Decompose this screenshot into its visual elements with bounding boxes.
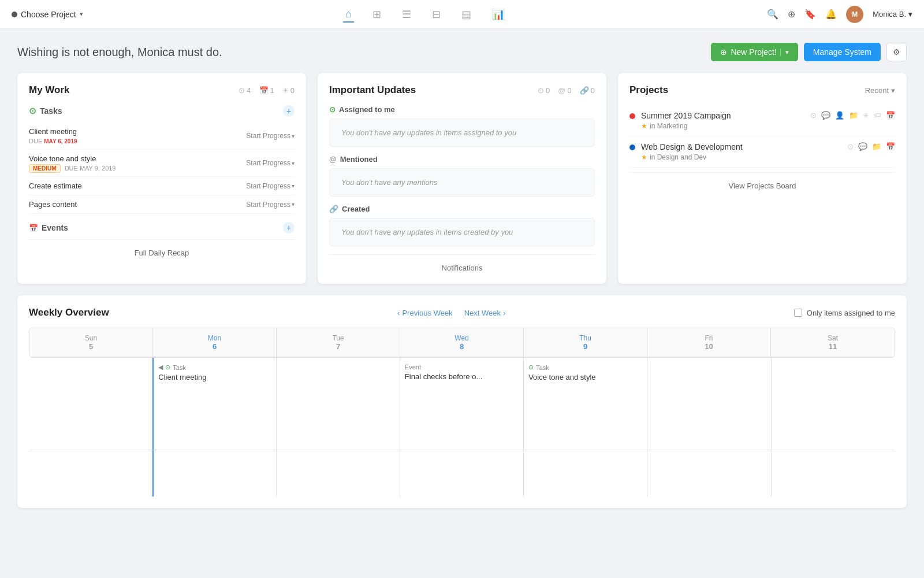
recent-label: Recent [865,86,889,95]
cal-cell-fri [647,358,771,450]
project-name[interactable]: Summer 2019 Campaign [641,111,804,120]
cal-cell-tue [277,358,400,450]
new-project-button[interactable]: ⊕ New Project! ▾ [711,43,798,61]
start-progress-button[interactable]: Start Progress ▾ [246,182,295,190]
notifications-link[interactable]: Notifications [442,264,483,272]
calendar-day-header-mon: Mon 6 [153,328,277,357]
dropdown-chevron: ▾ [292,160,295,166]
task-left: Voice tone and style MEDIUM DUE MAY 9, 2… [29,154,116,172]
notifications-footer: Notifications [329,254,595,272]
calendar-day-header-wed: Wed 8 [400,328,524,357]
search-icon[interactable]: 🔍 [767,9,778,20]
recent-dropdown[interactable]: Recent ▾ [865,86,895,95]
manage-system-button[interactable]: Manage System [804,43,881,61]
bookmark-icon[interactable]: 🔖 [804,9,816,20]
weekly-overview-section: Weekly Overview ‹ Previous Week Next Wee… [17,295,907,508]
nav-board-icon[interactable]: ⊞ [370,6,383,23]
start-progress-button[interactable]: Start Progress ▾ [246,159,295,167]
full-daily-recap-section: Full Daily Recap [29,239,295,257]
project-chat-icon[interactable]: 💬 [858,142,867,151]
notification-icon[interactable]: 🔔 [825,9,837,20]
choose-project-label: Choose Project [21,10,76,19]
task-due: MEDIUM DUE MAY 9, 2019 [29,165,116,172]
topnav-right-actions: 🔍 ⊕ 🔖 🔔 M Monica B. ▾ [767,6,912,23]
project-folder-icon[interactable]: 📁 [872,142,881,151]
page-actions: ⊕ New Project! ▾ Manage System ⚙ [711,43,907,61]
calendar-day-header-thu: Thu 9 [524,328,647,357]
add-task-button[interactable]: + [283,105,295,117]
clip-icon: 🔗 [580,86,589,95]
nav-icons-group: ⌂ ⊞ ☰ ⊟ ▤ 📊 [83,6,767,23]
cal-cell-sun [29,358,152,450]
weekly-filter: Only items assigned to me [794,309,895,317]
task-type-label: Task [536,364,549,371]
project-star-action-icon[interactable]: ✳ [863,111,869,120]
project-cal-icon[interactable]: 📅 [886,142,895,151]
nav-grid-icon[interactable]: ⊟ [430,6,443,23]
start-progress-button[interactable]: Start Progress ▾ [246,201,295,209]
choose-project[interactable]: Choose Project ▾ [12,10,83,19]
project-check-icon[interactable]: ⊙ [810,111,817,120]
project-chat-icon[interactable]: 💬 [821,111,830,120]
updates-check-count: ⊙ 0 [538,86,550,95]
user-menu[interactable]: Monica B. ▾ [873,10,912,18]
cal-cell-wed-2 [400,450,524,497]
calendar-header: Sun 5 Mon 6 Tue 7 Wed 8 Thu 9 Fri 10 [29,328,895,358]
cal-cell-wed: Event Final checks before o... [400,358,524,450]
add-icon[interactable]: ⊕ [788,9,795,20]
nav-list-icon[interactable]: ☰ [400,6,413,23]
settings-button[interactable]: ⚙ [886,43,907,61]
cal-cell-sat-2 [772,450,895,497]
full-daily-recap-link[interactable]: Full Daily Recap [135,249,189,257]
page-header: Wishing is not enough, Monica must do. ⊕… [0,29,924,73]
projects-title: Projects [629,84,668,96]
calendar-event-name[interactable]: Final checks before o... [405,372,519,381]
add-event-button[interactable]: + [283,222,295,234]
calendar-day-header-tue: Tue 7 [277,328,400,357]
user-chevron-icon: ▾ [908,10,912,18]
project-cal-icon[interactable]: 📅 [886,111,895,120]
project-tag-icon[interactable]: 🏷 [874,111,881,120]
cal-cell-mon: ◀ ⊙ Task Client meeting [152,358,276,450]
cal-cell-thu-2 [524,450,647,497]
weekly-nav: ‹ Previous Week Next Week › [397,309,505,317]
event-meta-row: Event [405,364,519,370]
created-section: 🔗 Created You don't have any updates in … [329,205,595,246]
my-work-header: My Work ⊙ 4 📅 1 ✳ 0 [29,84,295,96]
cal-cell-sun-2 [29,450,152,497]
task-right: Start Progress ▾ [246,182,295,190]
nav-home-icon[interactable]: ⌂ [343,6,354,23]
project-name[interactable]: Web Design & Development [641,142,841,151]
project-item: Summer 2019 Campaign ★ in Marketing ⊙ 💬 … [629,105,895,136]
calendar-event-name[interactable]: Voice tone and style [528,373,642,381]
new-project-plus-icon: ⊕ [720,47,727,57]
calendar-event-name[interactable]: Client meeting [158,373,271,381]
project-check-icon[interactable]: ⊙ [847,142,854,151]
project-folder-icon[interactable]: 📁 [849,111,858,120]
check-circle-icon: ⊙ [239,86,245,95]
assigned-only-checkbox[interactable] [794,309,802,317]
important-updates-card: Important Updates ⊙ 0 @ 0 🔗 0 ⊙ [318,73,606,284]
view-projects-board-link[interactable]: View Projects Board [729,181,796,190]
dropdown-chevron: ▾ [292,133,295,139]
nav-chart-icon[interactable]: 📊 [490,6,507,23]
project-status-dot [629,144,635,150]
nav-gantt-icon[interactable]: ▤ [459,6,474,23]
project-category: ★ in Design and Dev [641,153,841,161]
new-project-dropdown-arrow: ▾ [780,49,789,56]
previous-week-button[interactable]: ‹ Previous Week [397,309,453,317]
tasks-section-header: ⊙ Tasks + [29,105,295,117]
calendar-day-header-sun: Sun 5 [29,328,153,357]
task-item: Voice tone and style MEDIUM DUE MAY 9, 2… [29,150,295,177]
cal-cell-tue-2 [277,450,400,497]
calendar-icon: 📅 [259,86,269,95]
assigned-only-label: Only items assigned to me [807,309,895,317]
task-name: Client meeting [29,127,77,136]
task-left: Create estimate [29,181,82,190]
event-type-label: Event [405,364,421,370]
task-right: Start Progress ▾ [246,132,295,140]
next-week-button[interactable]: Next Week › [464,309,506,317]
project-users-icon[interactable]: 👤 [835,111,844,120]
new-project-label: New Project! [731,47,776,57]
start-progress-button[interactable]: Start Progress ▾ [246,132,295,140]
